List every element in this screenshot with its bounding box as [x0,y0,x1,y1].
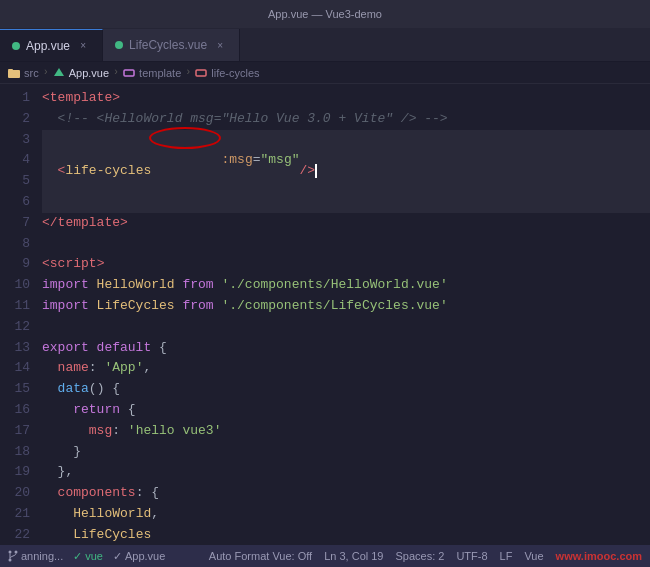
code-line-8: import LifeCycles from './components/Lif… [42,296,650,317]
code-line-9 [42,317,650,338]
tab-app-vue[interactable]: App.vue × [0,29,103,61]
code-line-3: <life-cycles :msg="msg" /> [42,130,650,213]
svg-rect-1 [8,69,13,71]
bc-app-vue: App.vue [53,67,109,79]
code-area[interactable]: <template> <!-- <HelloWorld msg="Hello V… [38,84,650,545]
bc-sep-1: › [43,67,49,78]
bc-src: src [8,67,39,79]
spaces[interactable]: Spaces: 2 [396,550,445,562]
svg-rect-3 [124,70,134,76]
svg-rect-4 [196,70,206,76]
code-line-5 [42,234,650,255]
code-line-12: data() { [42,379,650,400]
code-line-15: } [42,442,650,463]
language[interactable]: Vue [524,550,543,562]
code-line-7: import HelloWorld from './components/Hel… [42,275,650,296]
code-line-2: <!-- <HelloWorld msg="Hello Vue 3.0 + Vi… [42,109,650,130]
tab-close-app[interactable]: × [76,39,90,53]
tab-dot-lifecycles [115,41,123,49]
code-line-10: export default { [42,338,650,359]
tabs-bar: App.vue × LifeCycles.vue × [0,28,650,62]
code-line-6: <script> [42,254,650,275]
svg-point-7 [9,559,12,562]
svg-point-6 [15,551,18,554]
bc-sep-3: › [185,67,191,78]
code-line-14: msg: 'hello vue3' [42,421,650,442]
svg-rect-0 [8,70,20,78]
code-line-11: name: 'App', [42,358,650,379]
tab-lifecycles-vue[interactable]: LifeCycles.vue × [103,29,240,61]
svg-marker-2 [54,68,64,76]
editor: 1 2 3 4 5 6 7 8 9 10 11 12 13 14 15 16 1… [0,84,650,545]
code-line-1: <template> [42,88,650,109]
branch-info[interactable]: anning... [8,550,63,562]
status-bar: anning... ✓ vue ✓ App.vue Auto Format Vu… [0,545,650,567]
line-ending[interactable]: LF [500,550,513,562]
cursor-position[interactable]: Ln 3, Col 19 [324,550,383,562]
tab-dot-app [12,42,20,50]
code-line-13: return { [42,400,650,421]
code-line-4: </template> [42,213,650,234]
watermark: www.imooc.com [556,550,642,562]
status-right: Auto Format Vue: Off Ln 3, Col 19 Spaces… [209,550,642,562]
title-bar: App.vue — Vue3-demo [0,0,650,28]
tab-label-lifecycles: LifeCycles.vue [129,38,207,52]
status-left: anning... ✓ vue ✓ App.vue [8,550,165,563]
line-numbers: 1 2 3 4 5 6 7 8 9 10 11 12 13 14 15 16 1… [0,84,38,545]
tab-close-lifecycles[interactable]: × [213,38,227,52]
encoding[interactable]: UTF-8 [456,550,487,562]
template-icon [123,67,135,79]
folder-icon [8,67,20,79]
code-line-17: components: { [42,483,650,504]
auto-format[interactable]: Auto Format Vue: Off [209,550,312,562]
branch-name: anning... [21,550,63,562]
svg-point-5 [9,551,12,554]
code-line-19: LifeCycles [42,525,650,545]
tab-label-app: App.vue [26,39,70,53]
vue-status[interactable]: ✓ vue [73,550,103,563]
title-text: App.vue — Vue3-demo [268,8,382,20]
code-line-18: HelloWorld, [42,504,650,525]
app-vue-label: App.vue [125,550,165,562]
vue-label: vue [85,550,103,562]
git-branch-icon [8,550,18,562]
code-line-16: }, [42,462,650,483]
element-icon [195,67,207,79]
vue-file-icon [53,67,65,79]
breadcrumb: src › App.vue › template › life-cycles [0,62,650,84]
app-vue-status[interactable]: ✓ App.vue [113,550,165,563]
bc-sep-2: › [113,67,119,78]
bc-lifecycles: life-cycles [195,67,259,79]
bc-template: template [123,67,181,79]
